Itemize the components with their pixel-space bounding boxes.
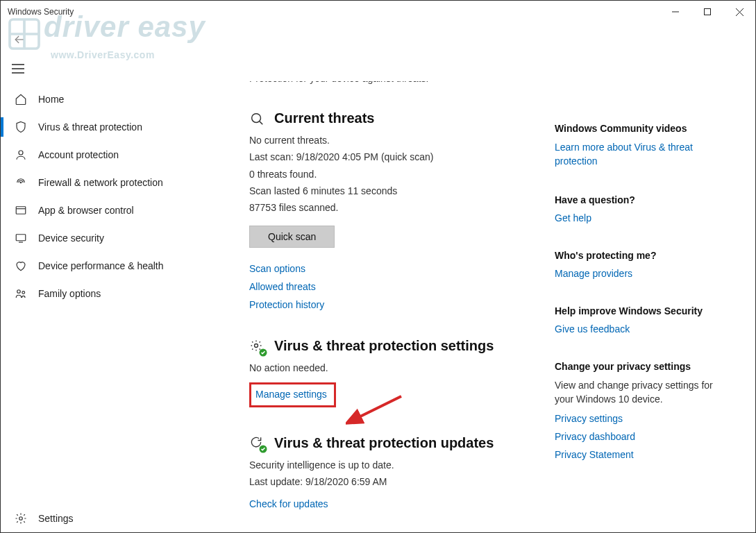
highlight-box: Manage settings [249,382,336,407]
sidebar-item-label: Device security [38,232,104,244]
antenna-icon [13,175,28,190]
side-question: Have a question? Get help [555,194,728,223]
back-button[interactable] [9,29,30,50]
gear-icon [13,511,28,526]
side-column: Windows Community videos Learn more abou… [555,81,728,533]
person-icon [13,147,28,162]
side-heading: Have a question? [555,194,728,205]
menu-icon[interactable] [12,64,24,74]
updates-status: Security intelligence is up to date. [249,458,555,472]
close-button[interactable] [723,1,755,23]
link-privacy-statement[interactable]: Privacy Statement [555,449,728,460]
link-privacy-settings[interactable]: Privacy settings [555,413,728,424]
svg-point-16 [19,517,23,521]
section-vtp-settings: Virus & threat protection settings No ac… [249,338,555,407]
heart-icon [13,258,28,273]
privacy-text: View and change privacy settings for you… [555,379,728,406]
sidebar-item-family[interactable]: Family options [1,280,228,307]
link-scan-options[interactable]: Scan options [249,263,555,274]
sidebar-item-label: Settings [38,513,74,524]
svg-point-17 [252,113,261,122]
sidebar-item-device-security[interactable]: Device security [1,224,228,252]
side-heading: Help improve Windows Security [555,305,728,316]
sidebar-item-label: Account protection [38,149,119,160]
sidebar: Home Virus & threat protection Account p… [1,81,228,533]
family-icon [13,286,28,301]
shield-icon [13,119,28,135]
sidebar-item-app-browser[interactable]: App & browser control [1,196,228,224]
link-get-help[interactable]: Get help [555,212,728,223]
header [1,23,755,56]
settings-status: No action needed. [249,361,555,375]
side-protecting: Who's protecting me? Manage providers [555,250,728,279]
svg-line-18 [260,121,262,124]
link-check-updates[interactable]: Check for updates [249,498,555,509]
link-allowed-threats[interactable]: Allowed threats [249,281,555,292]
sidebar-item-home[interactable]: Home [1,85,228,113]
quick-scan-button[interactable]: Quick scan [249,226,335,248]
sidebar-item-label: Home [38,94,64,105]
sidebar-item-label: Firewall & network protection [38,177,163,188]
section-heading: Virus & threat protection settings [274,338,494,354]
svg-rect-2 [705,9,711,15]
side-privacy: Change your privacy settings View and ch… [555,361,728,460]
link-feedback[interactable]: Give us feedback [555,323,728,335]
link-manage-providers[interactable]: Manage providers [555,268,728,279]
maximize-button[interactable] [691,1,723,23]
device-icon [13,230,28,246]
hamburger-row [1,56,755,81]
svg-point-9 [20,182,22,183]
side-improve: Help improve Windows Security Give us fe… [555,305,728,335]
scan-icon [249,111,264,126]
home-icon [13,92,28,107]
section-heading: Virus & threat protection updates [274,435,494,451]
minimize-button[interactable] [660,1,691,23]
link-protection-history[interactable]: Protection history [249,299,555,310]
sidebar-item-label: App & browser control [38,205,134,216]
side-heading: Who's protecting me? [555,250,728,261]
side-heading: Windows Community videos [555,123,728,134]
sidebar-item-label: Virus & threat protection [38,121,142,133]
section-current-threats: Current threats No current threats. Last… [249,110,555,310]
svg-point-8 [19,151,23,155]
content-scroll[interactable]: Virus & threat protection Protection for… [228,81,755,533]
titlebar: Windows Security [1,1,755,23]
files-scanned: 87753 files scanned. [249,201,555,214]
svg-rect-12 [16,235,26,241]
threats-status: No current threats. [249,133,555,147]
side-heading: Change your privacy settings [555,361,728,372]
link-manage-settings[interactable]: Manage settings [255,389,327,400]
window-icon [13,203,28,218]
scan-duration: Scan lasted 6 minutes 11 seconds [249,184,555,198]
section-heading: Current threats [274,110,374,126]
sidebar-item-settings[interactable]: Settings [1,505,228,532]
refresh-check-icon [249,435,264,450]
svg-point-19 [255,344,258,347]
last-scan: Last scan: 9/18/2020 4:05 PM (quick scan… [249,150,555,164]
sidebar-item-virus-threat[interactable]: Virus & threat protection [1,113,228,141]
sidebar-item-account[interactable]: Account protection [1,141,228,169]
page-subtitle: Protection for your device against threa… [249,81,555,84]
window-title: Windows Security [8,7,74,17]
sidebar-item-firewall[interactable]: Firewall & network protection [1,169,228,196]
threats-found: 0 threats found. [249,167,555,181]
main-column: Virus & threat protection Protection for… [249,81,555,533]
link-privacy-dashboard[interactable]: Privacy dashboard [555,431,728,442]
svg-rect-10 [16,207,26,214]
updates-last: Last update: 9/18/2020 6:59 AM [249,475,555,489]
gear-check-icon [249,339,264,354]
link-community[interactable]: Learn more about Virus & threat protecti… [555,141,728,168]
sidebar-item-label: Family options [38,288,101,299]
side-community: Windows Community videos Learn more abou… [555,123,728,168]
sidebar-item-label: Device performance & health [38,260,164,271]
svg-point-14 [17,290,21,294]
section-vtp-updates: Virus & threat protection updates Securi… [249,435,555,510]
svg-point-15 [22,291,25,294]
sidebar-item-performance[interactable]: Device performance & health [1,252,228,280]
